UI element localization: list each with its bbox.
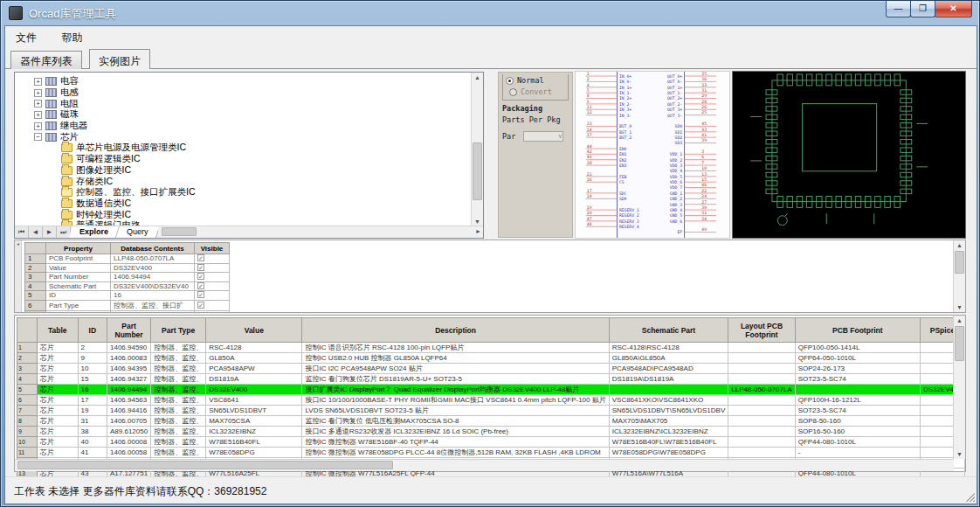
- cell-schematic-part[interactable]: VSC8641XKO\VSC8641XKO: [609, 395, 728, 406]
- nav-next-icon[interactable]: ►: [43, 226, 57, 238]
- expand-icon[interactable]: +: [34, 100, 42, 108]
- property-visible-cell[interactable]: ✓: [195, 273, 230, 282]
- cell-schematic-part[interactable]: W78E058DPG\W78E058DPG: [609, 448, 728, 458]
- cell-layout-pcb-footprint[interactable]: [728, 395, 795, 406]
- nav-first-icon[interactable]: ⏮: [15, 226, 29, 238]
- tree-item[interactable]: 数据通信类IC: [15, 198, 471, 210]
- cell-table[interactable]: 芯片: [37, 364, 78, 374]
- scroll-down-icon[interactable]: ▼: [954, 304, 965, 310]
- table-row[interactable]: 9芯片38A89.612050控制器、监控、ICL3232EIBNZ接口IC 多…: [17, 427, 965, 437]
- cell-pcb-footprint[interactable]: SOP24-26-173: [795, 364, 920, 374]
- table-row[interactable]: 4芯片151406.94327控制器、监控、DS1819A监控IC 看门狗复位芯…: [17, 374, 965, 385]
- table-horizontal-scrollbar[interactable]: [15, 459, 954, 471]
- property-value-cell[interactable]: DS32EV400\DS32EV40: [111, 281, 195, 291]
- properties-vertical-scrollbar[interactable]: ▲ ▼: [953, 240, 965, 312]
- property-value-cell[interactable]: 16: [111, 291, 195, 301]
- tree-vscroll-thumb[interactable]: [473, 142, 482, 200]
- cell-description[interactable]: 接口IC 10/100/1000BASE-T PHY RGMII和GMII MA…: [302, 395, 609, 406]
- cell-value[interactable]: DS32EV400: [206, 385, 302, 395]
- radio-convert-icon[interactable]: [509, 88, 517, 96]
- column-header-pcb-footprint[interactable]: PCB Footprint: [795, 318, 920, 343]
- cell-part-type[interactable]: 控制器、监控、: [151, 427, 206, 437]
- table-row[interactable]: 10芯片401406.00008控制器、监控、W78E516B40FL控制IC …: [17, 437, 965, 448]
- property-row[interactable]: 3Part Number1406.94494✓: [25, 273, 230, 282]
- cell-part-type[interactable]: 控制器、监控、: [151, 374, 206, 385]
- cell-id[interactable]: 9: [78, 353, 107, 364]
- tab-query[interactable]: Query: [116, 226, 160, 238]
- tree-item[interactable]: 时钟处理类IC: [15, 209, 471, 220]
- property-row[interactable]: 6Part Type控制器、监控、接口扩✓: [25, 300, 230, 310]
- cell-part-number[interactable]: 1406.94327: [107, 374, 151, 385]
- table-row[interactable]: 1芯片21406.94590控制器、监控、RSC-4128控制IC 语音识别芯片…: [17, 343, 965, 353]
- property-visible-cell[interactable]: ✓: [195, 310, 230, 313]
- cell-schematic-part[interactable]: RSC-4128\RSC-4128: [609, 343, 728, 353]
- cell-value[interactable]: W78E516B40FL: [206, 437, 302, 448]
- cell-id[interactable]: 31: [78, 416, 107, 427]
- property-name-cell[interactable]: Value: [46, 263, 111, 273]
- property-visible-cell[interactable]: ✓: [195, 291, 230, 301]
- cell-table[interactable]: 芯片: [37, 437, 78, 448]
- cell-description[interactable]: 控制IC USB2.0 HUB 控制器 GL850A LQFP64: [302, 353, 609, 364]
- column-header-part-number[interactable]: Part Number: [107, 318, 151, 343]
- cell-part-type[interactable]: 控制器、监控、: [151, 416, 206, 427]
- cell-pcb-footprint[interactable]: SOP8-50-160: [795, 416, 920, 427]
- property-visible-cell[interactable]: ✓: [195, 281, 230, 291]
- property-name-cell[interactable]: ID: [46, 291, 111, 301]
- cell-pcb-footprint[interactable]: -: [795, 448, 920, 458]
- tab-explore[interactable]: Explore: [69, 226, 120, 238]
- cell-description[interactable]: 控制IC 微控制器 W78E516BF-40 TQFP-44: [302, 437, 609, 448]
- cell-schematic-part[interactable]: DS1819A\DS1819A: [609, 374, 728, 385]
- cell-schematic-part[interactable]: MAX705\MAX705: [609, 416, 728, 427]
- cell-part-type[interactable]: 控制器、监控、: [151, 353, 206, 364]
- cell-part-type[interactable]: 控制器、监控、: [151, 343, 206, 353]
- cell-schematic-part[interactable]: PCA9548AD\PCA9548AD: [609, 364, 728, 374]
- cell-schematic-part[interactable]: [609, 385, 728, 395]
- cell-part-number[interactable]: 1406.00058: [107, 448, 151, 458]
- cell-table[interactable]: 芯片: [37, 427, 78, 437]
- property-row[interactable]: 7Description接口扩展类IC DisplayP✓: [25, 310, 230, 313]
- expand-icon[interactable]: +: [34, 89, 42, 97]
- cell-value[interactable]: GL850A: [206, 353, 302, 364]
- cell-layout-pcb-footprint[interactable]: [728, 364, 795, 374]
- column-header-description[interactable]: Description: [302, 318, 609, 343]
- table-row[interactable]: 7芯片191406.94416控制器、监控、SN65LVDS1DBVTLVDS …: [17, 406, 965, 416]
- cell-description[interactable]: 接口IC 多通道RS232收发器 ICL3232EIBNZ 16 Ld SOIC…: [302, 427, 609, 437]
- tree-horizontal-scrollbar[interactable]: ►: [158, 226, 483, 238]
- cell-id[interactable]: 40: [78, 437, 107, 448]
- expand-icon[interactable]: +: [34, 111, 42, 119]
- cell-pcb-footprint[interactable]: SOP16-50-160: [795, 427, 920, 437]
- cell-table[interactable]: 芯片: [37, 406, 78, 416]
- minimize-button[interactable]: —: [886, 1, 911, 17]
- cell-table[interactable]: 芯片: [37, 353, 78, 364]
- props-vscroll-thumb[interactable]: [955, 251, 964, 274]
- cell-part-number[interactable]: 1406.94494: [107, 385, 151, 395]
- cell-pcb-footprint[interactable]: QFP44-080-1010L: [795, 437, 920, 448]
- cell-description[interactable]: 接口IC I2C PCA9548APW SO24 贴片: [302, 364, 609, 374]
- cell-part-number[interactable]: 1406.00705: [107, 416, 151, 427]
- menu-file[interactable]: 文件: [5, 26, 47, 48]
- cell-part-type[interactable]: 控制器、监控、: [151, 406, 206, 416]
- props-header-visible[interactable]: Visible: [195, 243, 230, 254]
- visible-checkbox[interactable]: ✓: [197, 291, 204, 298]
- cell-pcb-footprint[interactable]: [795, 385, 920, 395]
- property-value-cell[interactable]: 控制器、监控、接口扩: [111, 300, 195, 310]
- tree-vertical-scrollbar[interactable]: ▲ ▼: [471, 73, 483, 226]
- cell-value[interactable]: SN65LVDS1DBVT: [206, 406, 302, 416]
- properties-splitter[interactable]: ◂: [15, 240, 22, 312]
- tab-library-list[interactable]: 器件库列表: [10, 51, 82, 69]
- cell-value[interactable]: MAX705CSA: [206, 416, 302, 427]
- table-row[interactable]: 5芯片161406.94494控制器、监控、DS32EV400接口扩展类IC D…: [17, 385, 965, 395]
- expand-icon[interactable]: +: [34, 122, 42, 130]
- cell-pcb-footprint[interactable]: QFP100-050-1414L: [795, 343, 920, 353]
- menu-help[interactable]: 帮助: [51, 26, 93, 48]
- property-name-cell[interactable]: PCB Footprint: [46, 254, 111, 264]
- visible-checkbox[interactable]: ✓: [197, 254, 204, 261]
- scroll-up-icon[interactable]: ▲: [472, 74, 483, 80]
- visible-checkbox[interactable]: ✓: [197, 282, 204, 289]
- column-header-value[interactable]: Value: [206, 318, 302, 343]
- cell-id[interactable]: 19: [78, 406, 107, 416]
- cell-table[interactable]: 芯片: [37, 374, 78, 385]
- cell-part-number[interactable]: 1406.94395: [107, 364, 151, 374]
- cell-layout-pcb-footprint[interactable]: [728, 374, 795, 385]
- cell-description[interactable]: 监控IC 看门狗复位 低电压检测MAX705CSA SO-8: [302, 416, 609, 427]
